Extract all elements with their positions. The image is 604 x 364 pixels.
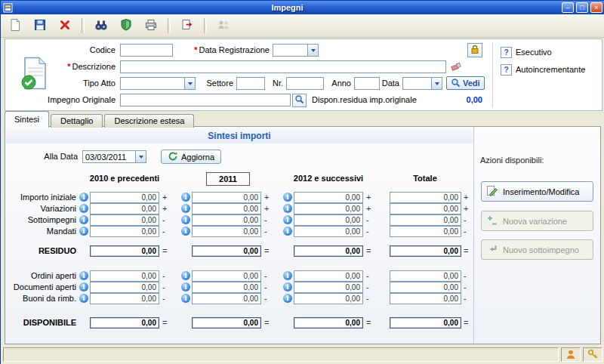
minimize-button[interactable]: – <box>562 2 574 13</box>
status-user-cell[interactable] <box>561 347 581 362</box>
titlebar[interactable]: Impegni – □ × <box>1 1 604 14</box>
operator: - <box>264 215 267 224</box>
tab-dettaglio[interactable]: Dettaglio <box>51 114 103 128</box>
operator: = <box>464 246 468 255</box>
amount-field[interactable] <box>390 192 461 203</box>
amount-field[interactable] <box>192 214 261 226</box>
impegno-originale-input[interactable] <box>120 94 291 106</box>
info-icon[interactable]: i <box>79 227 88 236</box>
data-input[interactable] <box>402 77 431 90</box>
amount-field[interactable] <box>294 226 363 237</box>
amount-field[interactable] <box>390 203 461 214</box>
amount-field[interactable] <box>390 293 461 304</box>
info-icon[interactable]: i <box>181 227 190 236</box>
close-button[interactable]: × <box>590 2 602 13</box>
save-button[interactable] <box>30 16 50 35</box>
info-icon[interactable]: i <box>283 193 292 202</box>
amount-field[interactable] <box>294 192 363 203</box>
amount-field[interactable] <box>294 293 363 304</box>
tipo-atto-dropdown[interactable] <box>184 77 196 90</box>
info-icon[interactable]: i <box>181 294 190 303</box>
amount-field[interactable] <box>294 214 363 226</box>
info-icon[interactable]: i <box>79 215 88 224</box>
find-button[interactable] <box>91 16 111 35</box>
tipo-atto-input[interactable] <box>120 77 184 90</box>
clear-descrizione-button[interactable] <box>449 60 464 74</box>
print-button[interactable] <box>141 16 161 35</box>
info-icon[interactable]: i <box>283 282 292 292</box>
tab-sintesi[interactable]: Sintesi <box>5 111 49 128</box>
info-icon[interactable]: i <box>283 204 292 213</box>
info-icon[interactable]: i <box>283 271 292 280</box>
settore-input[interactable] <box>236 77 265 90</box>
nr-input[interactable] <box>286 77 324 90</box>
search-impegno-button[interactable] <box>292 94 307 107</box>
amount-field[interactable] <box>390 317 461 329</box>
amount-field[interactable] <box>294 317 363 329</box>
info-icon[interactable]: i <box>79 204 88 213</box>
amount-field[interactable] <box>294 245 363 257</box>
info-icon[interactable]: i <box>283 294 292 303</box>
info-icon[interactable]: i <box>283 227 292 236</box>
amount-field[interactable] <box>90 317 159 329</box>
delete-button[interactable] <box>55 16 75 35</box>
lock-button[interactable] <box>467 43 482 57</box>
inserimento-modifica-button[interactable]: Inserimento/Modifica <box>481 181 593 202</box>
aggiorna-button[interactable]: Aggiorna <box>161 150 221 164</box>
amount-field[interactable] <box>192 293 261 304</box>
amount-field[interactable] <box>90 226 159 237</box>
amount-field[interactable] <box>390 282 461 293</box>
info-icon[interactable]: i <box>283 215 292 224</box>
info-icon[interactable]: i <box>79 193 88 202</box>
amount-field[interactable] <box>390 214 461 226</box>
data-dropdown[interactable] <box>431 77 442 90</box>
amount-field[interactable] <box>192 282 261 293</box>
info-icon[interactable]: i <box>181 204 190 213</box>
amount-field[interactable] <box>192 317 261 329</box>
alla-data-dropdown[interactable] <box>135 150 146 163</box>
amount-field[interactable] <box>390 226 461 237</box>
info-icon[interactable]: i <box>79 294 88 303</box>
amount-field[interactable] <box>90 270 159 282</box>
amount-field[interactable] <box>192 203 261 214</box>
maximize-button[interactable]: □ <box>576 2 588 13</box>
amount-field[interactable] <box>192 270 261 282</box>
info-icon[interactable]: i <box>79 271 88 280</box>
info-icon[interactable]: i <box>181 215 190 224</box>
esecutivo-checkbox[interactable]: ? <box>501 47 512 58</box>
amount-field[interactable] <box>90 245 159 257</box>
amount-field[interactable] <box>390 270 461 282</box>
autoincrementante-checkbox[interactable]: ? <box>501 64 512 76</box>
anno-input[interactable] <box>354 77 380 90</box>
info-icon[interactable]: i <box>181 193 190 202</box>
amount-field[interactable] <box>192 192 261 203</box>
amount-field[interactable] <box>90 293 159 304</box>
data-registrazione-input[interactable] <box>273 44 307 57</box>
amount-field[interactable] <box>294 203 363 214</box>
alla-data-input[interactable] <box>82 150 135 163</box>
amount-field[interactable] <box>90 282 159 293</box>
amount-field[interactable] <box>90 192 159 203</box>
vedi-button[interactable]: Vedi <box>446 76 485 90</box>
status-permissions-cell[interactable] <box>583 347 602 362</box>
amount-field[interactable] <box>90 214 159 226</box>
descrizione-input[interactable] <box>120 60 446 73</box>
export-button[interactable] <box>177 16 197 35</box>
codice-input[interactable] <box>120 44 173 57</box>
info-icon[interactable]: i <box>181 271 190 280</box>
amount-field[interactable] <box>192 226 261 237</box>
amount-field[interactable] <box>90 203 159 214</box>
operator: + <box>264 204 269 213</box>
amount-field[interactable] <box>294 282 363 293</box>
amount-field[interactable] <box>390 245 461 257</box>
amount-field[interactable] <box>192 245 261 257</box>
operator: - <box>464 227 467 236</box>
info-icon[interactable]: i <box>79 282 88 292</box>
info-icon[interactable]: i <box>181 282 190 292</box>
new-document-button[interactable] <box>5 16 25 35</box>
security-button[interactable] <box>116 16 136 35</box>
data-registrazione-dropdown[interactable] <box>307 44 319 57</box>
amount-field[interactable] <box>294 270 363 282</box>
operator: - <box>162 282 165 292</box>
tab-descrizione-estesa[interactable]: Descrizione estesa <box>104 114 194 128</box>
